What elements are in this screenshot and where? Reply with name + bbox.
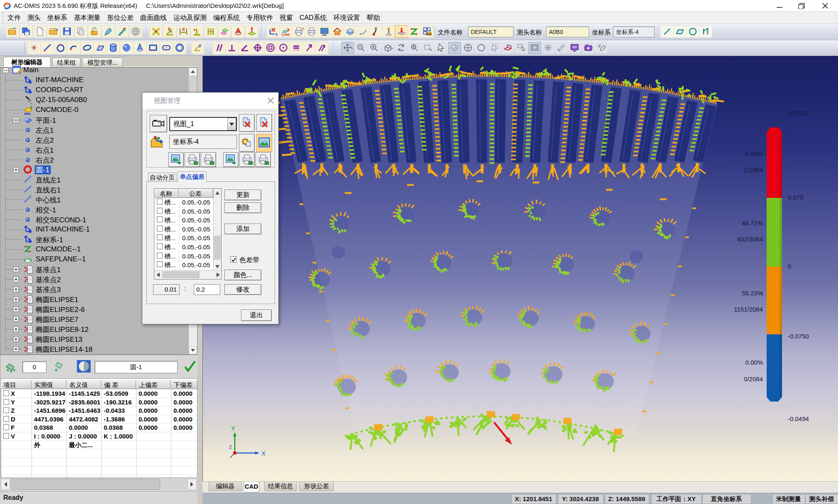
svg-text:-0.0750: -0.0750: [788, 333, 809, 340]
svg-text:LOAD: LOAD: [282, 33, 290, 36]
svg-text:0.00%: 0.00%: [745, 359, 763, 366]
svg-text:θ: θ: [168, 27, 170, 32]
svg-text:0.05%: 0.05%: [745, 150, 763, 157]
svg-text:1/2084: 1/2084: [744, 166, 763, 173]
svg-text:SUB: SUB: [426, 33, 432, 35]
svg-text:Y: Y: [231, 425, 235, 432]
svg-text:0: 0: [788, 263, 791, 270]
svg-text:1151/2084: 1151/2084: [734, 306, 763, 313]
svg-text:d: d: [182, 27, 185, 32]
svg-text:F: F: [199, 44, 202, 49]
svg-text:55.23%: 55.23%: [742, 290, 763, 297]
svg-text:Z: Z: [229, 445, 232, 450]
svg-text:STOP: STOP: [133, 30, 139, 33]
svg-text:0.075: 0.075: [788, 194, 804, 201]
svg-text:-0.0494: -0.0494: [788, 415, 809, 422]
svg-text:0/2084: 0/2084: [744, 375, 763, 382]
svg-text:932/2084: 932/2084: [737, 236, 763, 243]
svg-text:44.72%: 44.72%: [742, 219, 763, 226]
svg-text:0.0753: 0.0753: [788, 110, 807, 117]
svg-text:?: ?: [302, 27, 304, 31]
svg-text:X: X: [261, 450, 266, 457]
